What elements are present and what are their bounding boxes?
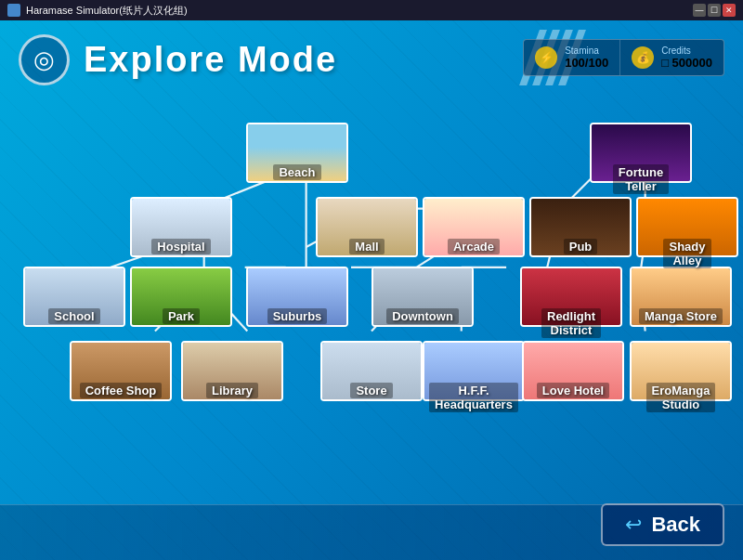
location-park[interactable]: Park	[130, 267, 232, 324]
location-label-manga: Manga Store	[639, 308, 723, 324]
credits-icon: 💰	[632, 46, 654, 69]
location-coffee-shop[interactable]: Coffee Shop	[70, 341, 172, 398]
location-school[interactable]: School	[23, 267, 125, 324]
location-label-redlight: RedlightDistrict	[541, 308, 601, 338]
location-store[interactable]: Store	[320, 341, 423, 398]
location-label-pub: Pub	[564, 239, 598, 254]
map-area: Beach FortuneTeller Hospital Mall Arcade	[0, 104, 743, 504]
credits-block: 💰 Credits □ 500000	[620, 40, 723, 75]
location-love-hotel[interactable]: Love Hotel	[522, 341, 624, 398]
back-label: Back	[651, 513, 700, 537]
location-label-store: Store	[350, 383, 392, 398]
location-label-fortune: FortuneTeller	[613, 164, 669, 194]
location-fortune[interactable]: FortuneTeller	[590, 123, 692, 194]
location-downtown[interactable]: Downtown	[372, 267, 474, 324]
credits-text: Credits □ 500000	[661, 46, 712, 70]
location-label-shady: ShadyAlley	[663, 239, 710, 268]
titlebar-left: Haramase Simulator(纸片人汉化组)	[7, 4, 188, 18]
location-manga-store[interactable]: Manga Store	[630, 267, 732, 324]
location-label-school: School	[48, 308, 99, 324]
stamina-text: Stamina 100/100	[565, 46, 608, 70]
close-button[interactable]: ✕	[723, 4, 736, 17]
location-label-arcade: Arcade	[448, 239, 500, 254]
location-hff-headquarters[interactable]: H.F.F.Headquarters	[423, 341, 525, 412]
back-icon: ↩	[625, 513, 642, 537]
credits-label: Credits	[661, 46, 712, 56]
location-label-park: Park	[163, 308, 200, 324]
maximize-button[interactable]: ☐	[708, 4, 721, 17]
location-eromanga-studio[interactable]: EroMangaStudio	[630, 341, 732, 412]
location-label-eromanga: EroMangaStudio	[646, 383, 716, 412]
location-beach[interactable]: Beach	[246, 123, 348, 180]
location-label-suburbs: Suburbs	[267, 308, 328, 324]
stamina-value: 100/100	[565, 56, 608, 70]
page-title: Explore Mode	[84, 40, 337, 80]
stamina-label: Stamina	[565, 46, 608, 56]
minimize-button[interactable]: —	[693, 4, 706, 17]
main-area: ⚡ Stamina 100/100 💰 Credits □ 500000 ◎ E…	[0, 20, 743, 560]
stamina-block: ⚡ Stamina 100/100	[524, 40, 620, 75]
stamina-icon: ⚡	[535, 46, 557, 69]
location-label-downtown: Downtown	[386, 308, 459, 324]
stats-bar: ⚡ Stamina 100/100 💰 Credits □ 500000	[523, 39, 724, 76]
compass-symbol: ◎	[33, 46, 55, 74]
location-label-beach: Beach	[273, 164, 320, 180]
location-hospital[interactable]: Hospital	[130, 197, 232, 254]
location-label-library: Library	[206, 383, 258, 398]
location-pub[interactable]: Pub	[529, 197, 632, 254]
location-label-mall: Mall	[349, 239, 384, 254]
app-title: Haramase Simulator(纸片人汉化组)	[26, 4, 188, 18]
location-shady-alley[interactable]: ShadyAlley	[636, 197, 738, 268]
credits-value: □ 500000	[661, 56, 712, 70]
location-arcade[interactable]: Arcade	[423, 197, 525, 254]
back-button[interactable]: ↩ Back	[601, 503, 724, 546]
location-label-hospital: Hospital	[151, 239, 210, 254]
titlebar: Haramase Simulator(纸片人汉化组) — ☐ ✕	[0, 0, 743, 20]
location-label-coffee: Coffee Shop	[80, 383, 163, 398]
location-label-lovehotel: Love Hotel	[537, 383, 609, 398]
location-mall[interactable]: Mall	[316, 197, 418, 254]
app-icon	[7, 4, 20, 17]
titlebar-controls[interactable]: — ☐ ✕	[693, 4, 736, 17]
location-suburbs[interactable]: Suburbs	[246, 267, 348, 324]
location-library[interactable]: Library	[181, 341, 283, 398]
location-label-hff: H.F.F.Headquarters	[429, 383, 518, 412]
compass-icon: ◎	[19, 34, 70, 85]
location-redlight-district[interactable]: RedlightDistrict	[520, 267, 622, 338]
